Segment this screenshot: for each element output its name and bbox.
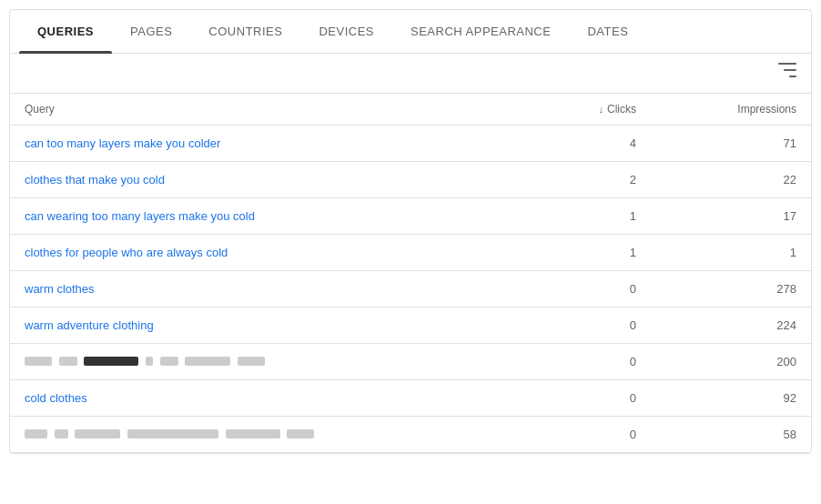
query-column-header: Query (10, 94, 531, 126)
query-cell[interactable]: warm clothes (10, 271, 531, 307)
query-cell[interactable]: can too many layers make you colder (10, 126, 531, 162)
table-row: clothes that make you cold222 (10, 162, 811, 198)
impressions-cell: 92 (651, 380, 811, 417)
impressions-cell: 278 (651, 271, 811, 307)
table-row: warm adventure clothing0224 (10, 307, 811, 344)
impressions-cell: 224 (651, 307, 811, 344)
tab-devices[interactable]: DEVICES (300, 10, 392, 53)
impressions-cell: 71 (651, 126, 811, 162)
clicks-cell: 4 (531, 126, 651, 162)
table-row: can wearing too many layers make you col… (10, 198, 811, 235)
clicks-cell: 0 (531, 307, 651, 344)
toolbar (10, 54, 811, 94)
query-cell[interactable] (10, 344, 531, 380)
impressions-cell: 58 (651, 417, 811, 453)
tab-bar: QUERIESPAGESCOUNTRIESDEVICESSEARCH APPEA… (10, 10, 811, 54)
query-cell[interactable]: clothes for people who are always cold (10, 235, 531, 271)
clicks-cell: 0 (531, 380, 651, 417)
table-row: clothes for people who are always cold11 (10, 235, 811, 271)
impressions-cell: 22 (651, 162, 811, 198)
table-row: can too many layers make you colder471 (10, 126, 811, 162)
impressions-cell: 1 (651, 235, 811, 271)
clicks-cell: 1 (531, 198, 651, 235)
clicks-cell: 2 (531, 162, 651, 198)
table-row: 058 (10, 417, 811, 453)
table-header-row: Query ↓ Clicks Impressions (10, 94, 811, 126)
query-cell[interactable]: cold clothes (10, 380, 531, 417)
impressions-column-header[interactable]: Impressions (651, 94, 811, 126)
clicks-cell: 0 (531, 271, 651, 307)
clicks-column-header[interactable]: ↓ Clicks (531, 94, 651, 126)
query-cell[interactable] (10, 417, 531, 453)
query-cell[interactable]: clothes that make you cold (10, 162, 531, 198)
clicks-cell: 0 (531, 417, 651, 453)
table-row: warm clothes0278 (10, 271, 811, 307)
sort-down-arrow: ↓ (599, 104, 604, 115)
query-cell[interactable]: warm adventure clothing (10, 307, 531, 344)
tab-search_appearance[interactable]: SEARCH APPEARANCE (392, 10, 569, 53)
table-row: 0200 (10, 344, 811, 380)
impressions-cell: 200 (651, 344, 811, 380)
main-container: QUERIESPAGESCOUNTRIESDEVICESSEARCH APPEA… (9, 9, 812, 454)
tab-countries[interactable]: COUNTRIES (190, 10, 300, 53)
impressions-cell: 17 (651, 198, 811, 235)
data-table: Query ↓ Clicks Impressions can too many … (10, 94, 811, 453)
tab-dates[interactable]: DATES (569, 10, 646, 53)
clicks-cell: 1 (531, 235, 651, 271)
filter-icon[interactable] (778, 63, 796, 77)
clicks-cell: 0 (531, 344, 651, 380)
query-cell[interactable]: can wearing too many layers make you col… (10, 198, 531, 235)
table-row: cold clothes092 (10, 380, 811, 417)
tab-queries[interactable]: QUERIES (19, 10, 112, 53)
tab-pages[interactable]: PAGES (112, 10, 190, 53)
